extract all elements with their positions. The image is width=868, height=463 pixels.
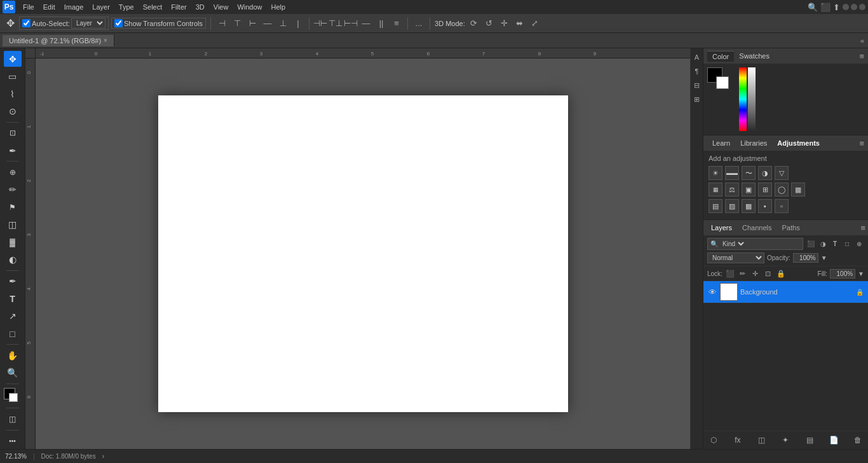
quick-select-tool[interactable]: ⊙ bbox=[4, 103, 22, 119]
panel-icon-2[interactable]: ¶ bbox=[692, 66, 702, 76]
add-link-btn[interactable]: ⬡ bbox=[707, 434, 720, 446]
align-top-btn[interactable]: — bbox=[261, 17, 274, 30]
document-tab[interactable]: Untitled-1 @ 72.1% (RGB/8#) × bbox=[3, 35, 114, 46]
menu-layer[interactable]: Layer bbox=[88, 2, 114, 12]
background-swatch[interactable] bbox=[716, 76, 729, 89]
adj-colorbalance[interactable]: ⚖ bbox=[725, 183, 739, 197]
new-layer-btn[interactable]: 📄 bbox=[827, 434, 840, 446]
tab-layers[interactable]: Layers bbox=[706, 223, 737, 233]
tab-swatches[interactable]: Swatches bbox=[734, 51, 775, 61]
panel-icon-3[interactable]: ⊟ bbox=[692, 80, 702, 90]
color-panel-options[interactable]: ≡ bbox=[859, 52, 864, 61]
opacity-arrow[interactable]: ▼ bbox=[821, 254, 827, 261]
adj-threshold[interactable]: ▩ bbox=[742, 199, 756, 213]
fill-arrow[interactable]: ▼ bbox=[858, 270, 864, 277]
filter-smart-btn[interactable]: ⊕ bbox=[854, 239, 864, 249]
search-btn[interactable]: 🔍 bbox=[808, 3, 818, 12]
lock-artboard-btn[interactable]: ⊡ bbox=[763, 268, 773, 279]
clone-stamp-tool[interactable]: ⚑ bbox=[4, 199, 22, 215]
align-center-v-btn[interactable]: ⊥ bbox=[276, 17, 289, 30]
panel-icon-4[interactable]: ⊞ bbox=[692, 94, 702, 104]
lock-image-btn[interactable]: ✏ bbox=[738, 268, 748, 279]
show-transform-checkbox[interactable] bbox=[114, 19, 123, 27]
kind-search[interactable]: 🔍 Kind bbox=[707, 238, 803, 250]
eyedropper-tool[interactable]: ✒ bbox=[4, 142, 22, 158]
lock-transparent-btn[interactable]: ⬛ bbox=[725, 268, 735, 279]
adj-huesat[interactable]: ▦ bbox=[709, 183, 722, 197]
share-btn[interactable]: ⬆ bbox=[833, 3, 840, 12]
3d-slide-btn[interactable]: ⬌ bbox=[513, 17, 526, 30]
filter-shape-btn[interactable]: □ bbox=[842, 239, 852, 249]
menu-image[interactable]: Image bbox=[60, 2, 88, 12]
adj-panel-options[interactable]: ≡ bbox=[859, 139, 864, 148]
alpha-slider[interactable] bbox=[748, 67, 756, 131]
adj-curves[interactable]: 〜 bbox=[742, 166, 756, 180]
healing-tool[interactable]: ⊕ bbox=[4, 164, 22, 180]
menu-3d[interactable]: 3D bbox=[192, 2, 208, 12]
minimize-btn[interactable] bbox=[843, 4, 849, 10]
distribute-left-btn[interactable]: ⊣⊢ bbox=[314, 17, 327, 30]
distribute-right-btn[interactable]: ⊢⊣ bbox=[344, 17, 357, 30]
menu-file[interactable]: File bbox=[19, 2, 38, 12]
tab-channels[interactable]: Channels bbox=[737, 223, 776, 233]
fg-bg-swatch[interactable] bbox=[707, 67, 733, 95]
adj-exposure[interactable]: ◑ bbox=[758, 166, 772, 180]
tab-adjustments[interactable]: Adjustments bbox=[772, 138, 825, 148]
adj-selectivecolor[interactable]: ▫ bbox=[775, 199, 789, 213]
crop-tool[interactable]: ⊡ bbox=[4, 125, 22, 141]
eraser-tool[interactable]: ◫ bbox=[4, 216, 22, 232]
delete-layer-btn[interactable]: 🗑 bbox=[851, 434, 864, 446]
add-mask-btn[interactable]: ◫ bbox=[756, 434, 768, 446]
menu-select[interactable]: Select bbox=[139, 2, 166, 12]
move-tool[interactable]: ✥ bbox=[4, 51, 22, 67]
lock-position-btn[interactable]: ✛ bbox=[750, 268, 761, 279]
panel-collapse-btn[interactable]: « bbox=[857, 36, 868, 46]
zoom-tool[interactable]: 🔍 bbox=[4, 365, 22, 381]
add-adjustment-btn[interactable]: ✦ bbox=[779, 434, 792, 446]
tab-color[interactable]: Color bbox=[707, 51, 734, 62]
close-btn[interactable] bbox=[859, 4, 865, 10]
distribute-bottom-btn[interactable]: ≡ bbox=[390, 17, 403, 30]
adj-levels[interactable]: ▬▬ bbox=[725, 166, 739, 180]
adj-colorlookup[interactable]: ▦ bbox=[791, 183, 805, 197]
brush-tool[interactable]: ✏ bbox=[4, 182, 22, 198]
distribute-center-v-btn[interactable]: || bbox=[375, 17, 388, 30]
opacity-input[interactable] bbox=[793, 253, 818, 263]
adj-posterize[interactable]: ▨ bbox=[725, 199, 739, 213]
maximize-btn[interactable] bbox=[851, 4, 857, 10]
adj-brightness[interactable]: ☀ bbox=[709, 166, 722, 180]
move-tool-btn[interactable]: ✥ bbox=[4, 17, 17, 30]
layers-panel-options[interactable]: ≡ bbox=[860, 223, 865, 233]
canvas-document[interactable] bbox=[158, 95, 568, 412]
menu-window[interactable]: Window bbox=[233, 2, 266, 12]
dodge-tool[interactable]: ◐ bbox=[4, 251, 22, 267]
menu-help[interactable]: Help bbox=[268, 2, 290, 12]
add-fx-btn[interactable]: fx bbox=[731, 434, 744, 446]
adj-gradientmap[interactable]: ▪ bbox=[758, 199, 772, 213]
menu-edit[interactable]: Edit bbox=[39, 2, 59, 12]
show-transform-toggle[interactable]: Show Transform Controls bbox=[111, 18, 206, 29]
tab-libraries[interactable]: Libraries bbox=[735, 138, 772, 148]
3d-roll-btn[interactable]: ↺ bbox=[483, 17, 496, 30]
menu-filter[interactable]: Filter bbox=[167, 2, 190, 12]
more-options-btn[interactable]: ... bbox=[412, 17, 425, 30]
quick-mask-btn[interactable]: ◫ bbox=[4, 411, 22, 427]
menu-view[interactable]: View bbox=[210, 2, 233, 12]
align-center-h-btn[interactable]: ⊤ bbox=[231, 17, 243, 30]
text-tool[interactable]: T bbox=[4, 291, 22, 307]
layer-kind-select[interactable]: Layer bbox=[71, 18, 105, 29]
pen-tool[interactable]: ✒ bbox=[4, 273, 22, 289]
align-right-btn[interactable]: ⊢ bbox=[246, 17, 259, 30]
color-swatch-area[interactable] bbox=[4, 388, 22, 404]
status-more-btn[interactable]: › bbox=[102, 453, 104, 460]
adj-bw[interactable]: ▣ bbox=[742, 183, 756, 197]
workspace-btn[interactable]: ⬛ bbox=[820, 3, 831, 12]
selection-tool[interactable]: ▭ bbox=[4, 68, 22, 84]
align-bottom-btn[interactable]: | bbox=[292, 17, 304, 30]
layer-visibility-eye[interactable]: 👁 bbox=[707, 287, 717, 297]
menu-type[interactable]: Type bbox=[115, 2, 138, 12]
3d-orbit-btn[interactable]: ⟳ bbox=[468, 17, 480, 30]
tab-paths[interactable]: Paths bbox=[777, 223, 805, 233]
lock-all-btn[interactable]: 🔒 bbox=[776, 268, 786, 279]
panel-icon-1[interactable]: A bbox=[692, 52, 702, 62]
